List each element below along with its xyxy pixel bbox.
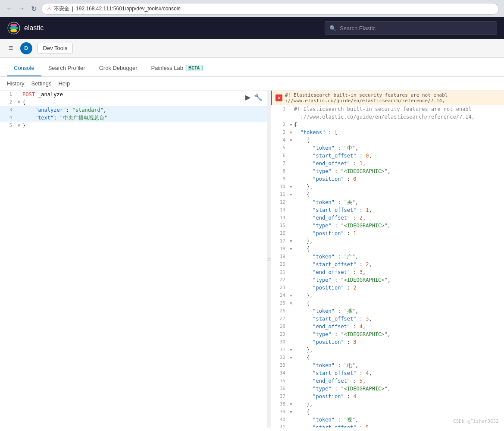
pane-divider[interactable]: ⨇ xyxy=(267,91,271,428)
resp-line-20: 20 "start_offset" : 2, xyxy=(271,261,504,268)
editor-line-5: 5 ▼ } xyxy=(0,122,267,129)
resp-line-28: 28 "end_offset" : 4, xyxy=(271,323,504,330)
resp-line-1b: ://www.elastic.co/guide/en/elasticsearch… xyxy=(271,113,504,121)
resp-line-36: 36 "type" : "<IDEOGRAPHIC>", xyxy=(271,385,504,393)
resp-line-27: 27 "start_offset" : 3, xyxy=(271,315,504,323)
resp-line-37: 37 "position" : 4 xyxy=(271,393,504,400)
app-header: elastic 🔍 Search Elastic xyxy=(0,17,504,39)
editor-line-3: 3 "analyzer": "standard", xyxy=(0,106,267,114)
resp-line-17: 17 ▼ }, xyxy=(271,237,504,245)
resp-line-31: 31 ▼ }, xyxy=(271,346,504,354)
resp-line-11: 11 ▼ { xyxy=(271,191,504,198)
resp-line-16: 16 "position" : 1 xyxy=(271,230,504,237)
elastic-logo-icon xyxy=(7,21,21,35)
resp-line-8: 8 "type" : "<IDEOGRAPHIC>", xyxy=(271,167,504,175)
editor-toolbar: ▶ 🔧 xyxy=(244,92,263,102)
resp-line-38: 38 ▼ }, xyxy=(271,400,504,408)
lock-icon: ⚠ xyxy=(47,6,51,12)
tab-search-profiler[interactable]: Search Profiler xyxy=(41,60,92,76)
watermark: CSDN @Fisher3652 xyxy=(453,418,499,424)
toolbar: ≡ D Dev Tools xyxy=(0,39,504,58)
editor-line-1: 1 POST _analyze xyxy=(0,91,267,98)
resp-line-14: 14 "end_offset" : 2, xyxy=(271,214,504,222)
resp-line-34: 34 "start_offset" : 4, xyxy=(271,369,504,377)
resp-line-29: 29 "type" : "<IDEOGRAPHIC>", xyxy=(271,330,504,338)
resp-line-32: 32 ▼ { xyxy=(271,354,504,362)
devtools-button[interactable]: Dev Tools xyxy=(38,43,73,53)
resp-line-21: 21 "end_offset" : 3, xyxy=(271,268,504,276)
code-editor[interactable]: 1 POST _analyze 2 ▼ { 3 "analyzer": "sta… xyxy=(0,91,267,129)
resp-line-18: 18 ▼ { xyxy=(271,245,504,253)
painless-lab-label: Painless Lab xyxy=(151,65,183,71)
editor-line-2: 2 ▼ { xyxy=(0,98,267,106)
forward-button[interactable]: → xyxy=(17,4,26,13)
resp-line-22: 22 "type" : "<IDEOGRAPHIC>", xyxy=(271,276,504,284)
elastic-logo-text: elastic xyxy=(24,24,44,32)
editor-pane[interactable]: ▶ 🔧 1 POST _analyze 2 ▼ { 3 "analyzer": … xyxy=(0,91,267,428)
nav-settings[interactable]: Settings xyxy=(31,80,51,87)
resp-line-4: 4 ▼ { xyxy=(271,136,504,144)
resp-line-13: 13 "start_offset" : 1, xyxy=(271,206,504,214)
search-bar[interactable]: 🔍 Search Elastic xyxy=(325,21,497,35)
response-pane: ✕ #! Elasticsearch built-in security fea… xyxy=(271,91,504,428)
response-lines: 1 #! Elasticsearch built-in security fea… xyxy=(271,105,504,428)
url-separator: | xyxy=(72,6,73,12)
wrench-button[interactable]: 🔧 xyxy=(253,92,263,102)
resp-line-9: 9 "position" : 0 xyxy=(271,175,504,183)
hamburger-button[interactable]: ≡ xyxy=(7,42,15,54)
search-icon: 🔍 xyxy=(329,25,336,31)
search-placeholder: Search Elastic xyxy=(340,25,376,31)
reload-button[interactable]: ↻ xyxy=(29,4,38,13)
resp-line-33: 33 "token" : "电", xyxy=(271,362,504,369)
error-banner-text: #! Elasticsearch built-in security featu… xyxy=(285,92,448,104)
url-bar[interactable]: ⚠ 不安全 | 192.168.42.111:5601/app/dev_tool… xyxy=(41,3,499,15)
resp-line-24: 24 ▼ }, xyxy=(271,292,504,299)
resp-line-1: 1 #! Elasticsearch built-in security fea… xyxy=(271,105,504,113)
resp-line-10: 10 ▼ }, xyxy=(271,183,504,191)
url-warning: 不安全 xyxy=(54,5,69,13)
resp-line-23: 23 "position" : 2 xyxy=(271,284,504,292)
svg-point-3 xyxy=(10,29,17,32)
resp-line-2: 2 ▼ { xyxy=(271,121,504,129)
nav-history[interactable]: History xyxy=(7,80,24,87)
resp-line-6: 6 "start_offset" : 0, xyxy=(271,152,504,160)
secondary-nav: History Settings Help xyxy=(0,77,504,91)
editor-line-4: 4 "text": "中央广播电视总台" xyxy=(0,114,267,122)
beta-badge: BETA xyxy=(186,65,202,71)
resp-line-35: 35 "end_offset" : 5, xyxy=(271,377,504,385)
browser-chrome: ← → ↻ ⚠ 不安全 | 192.168.42.111:5601/app/de… xyxy=(0,0,504,17)
main-content: ▶ 🔧 1 POST _analyze 2 ▼ { 3 "analyzer": … xyxy=(0,91,504,428)
resp-line-12: 12 "token" : "央", xyxy=(271,198,504,206)
tab-grok-debugger[interactable]: Grok Debugger xyxy=(92,60,144,76)
avatar-button[interactable]: D xyxy=(20,42,32,54)
resp-line-19: 19 "token" : "广", xyxy=(271,253,504,261)
elastic-logo: elastic xyxy=(7,21,44,35)
nav-help[interactable]: Help xyxy=(58,80,70,87)
error-close-button[interactable]: ✕ xyxy=(275,94,282,101)
error-banner: ✕ #! Elasticsearch built-in security fea… xyxy=(271,91,504,105)
resp-line-30: 30 "position" : 3 xyxy=(271,338,504,346)
tabs-bar: Console Search Profiler Grok Debugger Pa… xyxy=(0,58,504,77)
resp-line-5: 5 "token" : "中", xyxy=(271,144,504,152)
resp-line-39: 39 ▼ { xyxy=(271,408,504,416)
resp-line-25: 25 ▼ { xyxy=(271,299,504,307)
resp-line-3: 3 ▼ "tokens" : [ xyxy=(271,129,504,136)
run-button[interactable]: ▶ xyxy=(244,92,251,102)
resp-line-26: 26 "token" : "播", xyxy=(271,307,504,315)
url-text: 192.168.42.111:5601/app/dev_tools#/conso… xyxy=(76,6,181,12)
resp-line-15: 15 "type" : "<IDEOGRAPHIC>", xyxy=(271,222,504,230)
back-button[interactable]: ← xyxy=(5,4,14,13)
tab-painless-lab[interactable]: Painless Lab BETA xyxy=(144,60,210,76)
resp-line-41: 41 "start_offset" : 5 xyxy=(271,424,504,428)
tab-console[interactable]: Console xyxy=(7,60,41,76)
resp-line-7: 7 "end_offset" : 1, xyxy=(271,160,504,167)
